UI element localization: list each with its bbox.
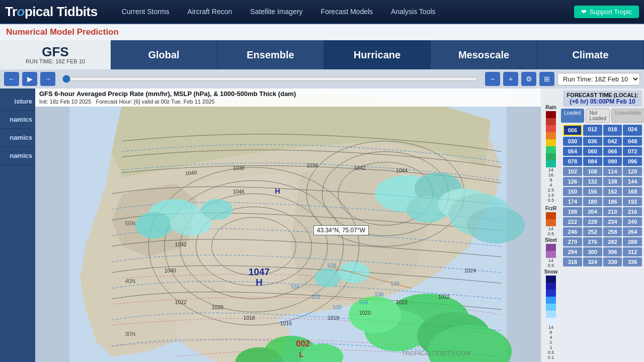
time-cell-066[interactable]: 066 [603, 147, 622, 156]
map-image[interactable]: 1047 H [35, 88, 541, 362]
time-cell-282[interactable]: 282 [603, 237, 622, 246]
svg-text:536: 536 [375, 292, 384, 297]
time-cell-234[interactable]: 234 [603, 217, 622, 226]
tab-mesoscale[interactable]: Mesoscale [431, 40, 537, 69]
time-cell-156[interactable]: 156 [583, 187, 602, 196]
time-cell-294[interactable]: 294 [563, 247, 582, 256]
svg-point-19 [135, 212, 172, 238]
time-cell-318[interactable]: 318 [563, 257, 582, 266]
svg-text:1042: 1042 [175, 242, 187, 247]
time-cell-300[interactable]: 300 [583, 247, 602, 256]
time-cell-048[interactable]: 048 [623, 137, 642, 146]
time-cell-162[interactable]: 162 [603, 187, 622, 196]
tab-global[interactable]: Global [111, 40, 217, 69]
time-cell-228[interactable]: 228 [583, 217, 602, 226]
time-cell-186[interactable]: 186 [603, 197, 622, 206]
time-cell-018[interactable]: 018 [603, 125, 622, 136]
time-cell-132[interactable]: 132 [583, 177, 602, 186]
zoom-out-button[interactable]: − [485, 72, 500, 86]
zoom-in-button[interactable]: + [503, 72, 518, 86]
time-cell-312[interactable]: 312 [623, 247, 642, 256]
time-cell-252[interactable]: 252 [583, 227, 602, 236]
time-cell-078[interactable]: 078 [563, 157, 582, 166]
settings-button[interactable]: ⚙ [521, 72, 536, 86]
svg-text:1020: 1020 [359, 310, 371, 316]
sidebar-item-moisture[interactable]: isture [0, 93, 35, 111]
time-cell-174[interactable]: 174 [563, 197, 582, 206]
time-cell-270[interactable]: 270 [563, 237, 582, 246]
loaded-tab[interactable]: Loaded [561, 109, 584, 123]
svg-text:1040: 1040 [165, 268, 176, 274]
time-cell-030[interactable]: 030 [563, 137, 582, 146]
time-cell-120[interactable]: 120 [623, 167, 642, 176]
time-cell-216[interactable]: 216 [623, 207, 642, 216]
time-cell-336[interactable]: 336 [623, 257, 642, 266]
prev-button[interactable]: ← [4, 72, 19, 86]
frzr-label: FrzR [541, 205, 561, 212]
time-cell-042[interactable]: 042 [603, 137, 622, 146]
play-button[interactable]: ▶ [22, 72, 37, 86]
time-cell-024[interactable]: 024 [623, 125, 642, 136]
time-cell-144[interactable]: 144 [623, 177, 642, 186]
svg-text:1038: 1038 [233, 165, 245, 171]
time-cell-090[interactable]: 090 [603, 157, 622, 166]
svg-text:1022: 1022 [175, 300, 187, 305]
time-cell-168[interactable]: 168 [623, 187, 642, 196]
timeline-slider[interactable] [62, 75, 478, 83]
time-cell-060[interactable]: 060 [583, 147, 602, 156]
time-cell-222[interactable]: 222 [563, 217, 582, 226]
time-cell-306[interactable]: 306 [603, 247, 622, 256]
svg-text:1024: 1024 [464, 268, 476, 274]
time-cell-096[interactable]: 096 [623, 157, 642, 166]
time-cell-240[interactable]: 240 [623, 217, 642, 226]
time-cell-246[interactable]: 246 [563, 227, 582, 236]
svg-point-32 [349, 296, 401, 333]
time-cell-288[interactable]: 288 [623, 237, 642, 246]
controls-bar: ← ▶ → − + ⚙ ⊞ Run Time: 18Z Feb 10 [0, 69, 644, 88]
grid-button[interactable]: ⊞ [539, 72, 554, 86]
time-cell-324[interactable]: 324 [583, 257, 602, 266]
time-cell-258[interactable]: 258 [603, 227, 622, 236]
not-loaded-tab[interactable]: Not Loaded [586, 109, 609, 123]
time-cell-054[interactable]: 054 [563, 147, 582, 156]
time-cell-204[interactable]: 204 [583, 207, 602, 216]
site-logo[interactable]: Tropical Tidbits [5, 4, 98, 20]
main-nav: Current Storms Aircraft Recon Satellite … [113, 5, 445, 19]
svg-text:1046: 1046 [233, 189, 245, 195]
time-cell-180[interactable]: 180 [583, 197, 602, 206]
next-button[interactable]: → [40, 72, 55, 86]
time-cell-330[interactable]: 330 [603, 257, 622, 266]
nav-analysis-tools[interactable]: Analysis Tools [382, 5, 444, 19]
time-cell-198[interactable]: 198 [563, 207, 582, 216]
run-time-select[interactable]: Run Time: 18Z Feb 10 [557, 73, 640, 85]
time-cell-264[interactable]: 264 [623, 227, 642, 236]
tab-hurricane[interactable]: Hurricane [324, 40, 431, 69]
nav-satellite-imagery[interactable]: Satellite Imagery [241, 5, 311, 19]
sidebar-item-dynamics2[interactable]: namics [0, 129, 35, 147]
time-cell-126[interactable]: 126 [563, 177, 582, 186]
time-cell-084[interactable]: 084 [583, 157, 602, 166]
tab-ensemble[interactable]: Ensemble [217, 40, 324, 69]
time-cell-012[interactable]: 012 [583, 125, 602, 136]
time-cell-102[interactable]: 102 [563, 167, 582, 176]
time-cell-114[interactable]: 114 [603, 167, 622, 176]
map-container[interactable]: GFS 6-hour Averaged Precip Rate (mm/hr),… [35, 88, 541, 362]
time-cell-150[interactable]: 150 [563, 187, 582, 196]
time-cell-192[interactable]: 192 [623, 197, 642, 206]
time-cell-036[interactable]: 036 [583, 137, 602, 146]
svg-text:1047: 1047 [249, 266, 270, 277]
time-cell-072[interactable]: 072 [623, 147, 642, 156]
sidebar-item-dynamics1[interactable]: namics [0, 111, 35, 129]
nav-forecast-models[interactable]: Forecast Models [312, 5, 382, 19]
tab-climate[interactable]: Climate [537, 40, 644, 69]
time-cell-138[interactable]: 138 [603, 177, 622, 186]
unavailable-tab[interactable]: Unavailable [611, 109, 644, 123]
support-button[interactable]: ❤ Support Tropic [574, 6, 639, 18]
sidebar-item-dynamics3[interactable]: namics [0, 147, 35, 165]
time-cell-108[interactable]: 108 [583, 167, 602, 176]
time-cell-006[interactable]: 006 [563, 125, 582, 136]
time-cell-210[interactable]: 210 [603, 207, 622, 216]
nav-aircraft-recon[interactable]: Aircraft Recon [179, 5, 242, 19]
nav-current-storms[interactable]: Current Storms [113, 5, 179, 19]
time-cell-276[interactable]: 276 [583, 237, 602, 246]
